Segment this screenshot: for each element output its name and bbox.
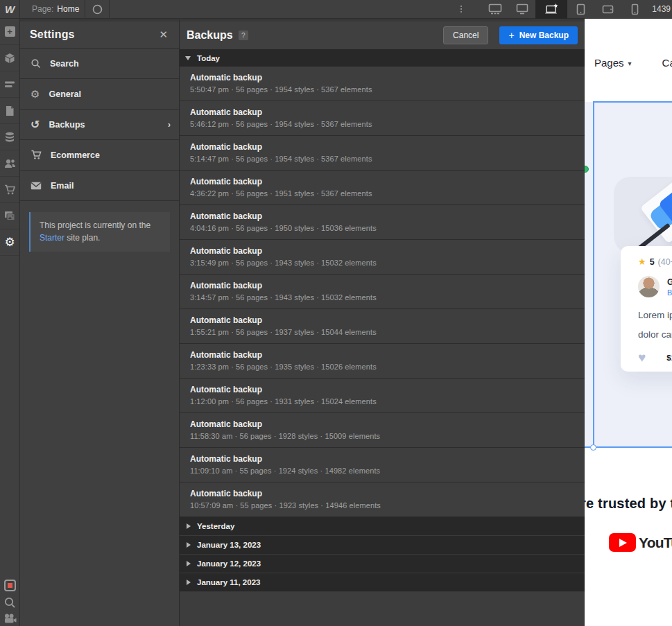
images-icon bbox=[4, 211, 15, 221]
pages-button[interactable] bbox=[0, 98, 19, 124]
preview-toggle-button[interactable] bbox=[85, 0, 109, 19]
magnifier-icon bbox=[3, 596, 16, 609]
cart-icon bbox=[31, 150, 42, 160]
backup-row[interactable]: Automatic backup 1:12:00 pm · 56 pages ·… bbox=[180, 379, 585, 413]
desktop-icon bbox=[516, 3, 528, 15]
backup-section-header[interactable]: Yesterday bbox=[180, 517, 585, 536]
backup-row[interactable]: Automatic backup 3:15:49 pm · 56 pages ·… bbox=[180, 240, 585, 275]
breakpoint-tablet-button[interactable] bbox=[567, 0, 594, 19]
components-button[interactable] bbox=[0, 45, 19, 71]
help-icon[interactable]: ? bbox=[239, 31, 248, 40]
left-toolbar: + bbox=[0, 19, 20, 626]
backup-meta: 5:14:47 pm · 56 pages · 1954 styles · 53… bbox=[190, 155, 585, 163]
backup-row[interactable]: Automatic backup 1:55:21 pm · 56 pages ·… bbox=[180, 309, 585, 344]
backup-title: Automatic backup bbox=[190, 142, 585, 152]
backup-row[interactable]: Automatic backup 1:23:33 pm · 56 pages ·… bbox=[180, 344, 585, 379]
selection-outline bbox=[593, 101, 672, 448]
backup-row[interactable]: Automatic backup 11:58:30 am · 56 pages … bbox=[180, 413, 585, 448]
breakpoint-desktop-large-button[interactable] bbox=[481, 0, 508, 19]
chevron-right-icon bbox=[187, 523, 191, 529]
selection-resize-handle[interactable] bbox=[590, 444, 596, 451]
backup-row[interactable]: Automatic backup 5:14:47 pm · 56 pages ·… bbox=[180, 136, 585, 171]
backup-title: Automatic backup bbox=[190, 281, 585, 290]
breakpoint-phone-landscape-button[interactable] bbox=[594, 0, 621, 19]
project-settings-button[interactable]: ⚙ bbox=[0, 229, 19, 256]
divider bbox=[109, 0, 110, 19]
backups-header: Backups ? Cancel + New Backup bbox=[180, 21, 585, 49]
trusted-heading: re trusted by t bbox=[585, 496, 672, 512]
design-canvas: Pages ▾ Car ★ 5 (40+ Gr Bra Lorem ips bbox=[585, 19, 672, 626]
settings-item-general[interactable]: ⚙ General bbox=[20, 79, 179, 110]
settings-item-label: Search bbox=[50, 59, 171, 69]
new-backup-button[interactable]: + New Backup bbox=[499, 26, 578, 44]
page-file-icon bbox=[5, 105, 15, 116]
more-options-button[interactable] bbox=[452, 0, 470, 19]
backup-row[interactable]: Automatic backup 3:14:57 pm · 56 pages ·… bbox=[180, 275, 585, 309]
nav-cart-label: Car bbox=[662, 57, 672, 69]
section-label: January 13, 2023 bbox=[197, 541, 261, 549]
zoom-button[interactable] bbox=[3, 596, 16, 609]
webflow-logo-icon: W bbox=[5, 3, 15, 15]
video-camera-icon bbox=[3, 614, 17, 623]
breakpoint-desktop-button[interactable] bbox=[508, 0, 535, 19]
ecommerce-button[interactable] bbox=[0, 177, 19, 203]
chevron-right-icon bbox=[187, 580, 191, 585]
settings-item-ecommerce[interactable]: Ecommerce bbox=[20, 140, 179, 171]
add-elements-button[interactable]: + bbox=[0, 19, 19, 45]
backup-title: Automatic backup bbox=[190, 177, 585, 186]
backup-section-header[interactable]: January 11, 2023 bbox=[180, 573, 585, 592]
plus-icon: + bbox=[5, 26, 15, 37]
gear-icon: ⚙ bbox=[31, 89, 40, 99]
phone-landscape-icon bbox=[602, 5, 614, 14]
backup-row[interactable]: Automatic backup 10:57:09 am · 55 pages … bbox=[180, 482, 585, 517]
breakpoint-phone-button[interactable] bbox=[621, 0, 648, 19]
nav-pages-link[interactable]: Pages ▾ bbox=[594, 57, 632, 69]
page-selector[interactable]: Page: Home bbox=[26, 0, 85, 19]
page-label: Page: bbox=[32, 4, 53, 14]
panel-filler bbox=[180, 592, 585, 626]
webflow-logo-button[interactable]: W bbox=[0, 0, 20, 19]
record-square-icon bbox=[4, 580, 16, 591]
backup-row[interactable]: Automatic backup 11:09:10 am · 55 pages … bbox=[180, 448, 585, 482]
plan-notice-text: This project is currently on the bbox=[40, 220, 150, 230]
breakpoint-width-value: 1439 bbox=[648, 4, 672, 14]
starter-plan-link[interactable]: Starter bbox=[40, 233, 64, 243]
assets-button[interactable] bbox=[0, 203, 19, 229]
settings-item-search[interactable]: Search bbox=[20, 49, 179, 79]
top-bar: W Page: Home bbox=[0, 0, 672, 19]
backup-row[interactable]: Automatic backup 5:46:12 pm · 56 pages ·… bbox=[180, 101, 585, 136]
section-label: January 12, 2023 bbox=[197, 559, 261, 568]
settings-title: Settings bbox=[30, 28, 156, 41]
settings-item-email[interactable]: Email bbox=[20, 171, 179, 201]
backup-meta: 11:09:10 am · 55 pages · 1924 styles · 1… bbox=[190, 467, 585, 475]
left-toolbar-bottom bbox=[0, 580, 19, 623]
backups-panel: Backups ? Cancel + New Backup Today Auto… bbox=[179, 19, 585, 626]
backup-section-header[interactable]: January 12, 2023 bbox=[180, 555, 585, 573]
envelope-icon bbox=[31, 182, 42, 190]
backup-meta: 1:55:21 pm · 56 pages · 1937 styles · 15… bbox=[190, 328, 585, 336]
navigator-button[interactable] bbox=[0, 71, 19, 98]
database-icon bbox=[4, 132, 15, 143]
new-backup-label: New Backup bbox=[519, 31, 569, 40]
backup-section-header[interactable]: January 13, 2023 bbox=[180, 536, 585, 555]
breakpoint-laptop-button[interactable] bbox=[535, 0, 567, 19]
members-button[interactable] bbox=[0, 150, 19, 177]
close-icon[interactable]: ✕ bbox=[156, 27, 171, 42]
nav-cart-link[interactable]: Car bbox=[662, 57, 672, 69]
settings-panel: Settings ✕ Search ⚙ General ↺ Backups › … bbox=[20, 19, 179, 626]
users-icon bbox=[4, 159, 16, 168]
phone-icon bbox=[631, 3, 639, 15]
video-help-button[interactable] bbox=[3, 614, 17, 623]
settings-item-backups[interactable]: ↺ Backups › bbox=[20, 110, 179, 140]
settings-item-label: Ecommerce bbox=[51, 150, 171, 160]
backup-row[interactable]: Automatic backup 4:04:16 pm · 56 pages ·… bbox=[180, 205, 585, 240]
cancel-button[interactable]: Cancel bbox=[443, 26, 488, 44]
cms-button[interactable] bbox=[0, 124, 19, 150]
backup-row[interactable]: Automatic backup 4:36:22 pm · 56 pages ·… bbox=[180, 171, 585, 205]
backup-row[interactable]: Automatic backup 5:50:47 pm · 56 pages ·… bbox=[180, 67, 585, 101]
youtube-wordmark: YouTube bbox=[639, 534, 672, 551]
backup-section-today[interactable]: Today bbox=[180, 49, 585, 67]
record-button[interactable] bbox=[4, 580, 16, 591]
backup-title: Automatic backup bbox=[190, 454, 585, 464]
cart-icon bbox=[4, 184, 15, 195]
